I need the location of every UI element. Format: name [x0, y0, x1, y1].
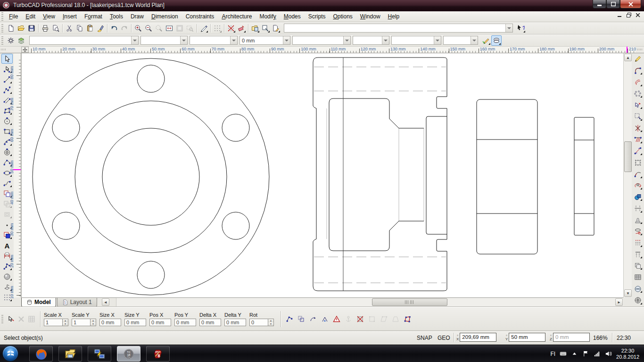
volume-icon[interactable] [605, 350, 612, 357]
field-input[interactable]: 1 [44, 319, 63, 326]
remote-connection-app[interactable] [88, 346, 111, 362]
menu-tools[interactable]: Tools [106, 12, 127, 21]
arc-edit-tool[interactable] [633, 169, 643, 179]
menu-draw[interactable]: Draw [127, 12, 148, 21]
chevron-down-icon[interactable] [505, 24, 512, 32]
field-input[interactable]: 0 mm [174, 319, 196, 326]
ruler-origin-button[interactable] [21, 47, 29, 53]
maximize-button[interactable] [606, 0, 620, 8]
field-input[interactable]: 0 mm [149, 319, 171, 326]
undo-icon[interactable] [109, 23, 119, 33]
network-icon[interactable] [594, 350, 601, 357]
chevron-down-icon[interactable] [471, 36, 478, 44]
menu-view[interactable]: View [39, 12, 59, 21]
paintshop-app[interactable]: PSP8 [146, 346, 170, 362]
menu-scripts[interactable]: Scripts [305, 12, 330, 21]
chevron-down-icon[interactable] [230, 36, 237, 44]
transform-tool[interactable] [633, 157, 643, 167]
menu-constraints[interactable]: Constraints [182, 12, 218, 21]
command-combobox[interactable] [284, 24, 513, 33]
hatch-pattern-tool[interactable] [633, 135, 643, 145]
tab-scroll-left-button[interactable]: ◄ [102, 298, 109, 306]
paste-icon[interactable] [85, 23, 95, 33]
menu-dimension[interactable]: Dimension [148, 12, 182, 21]
warning-triangle-icon[interactable] [331, 314, 342, 324]
menu-window[interactable]: Window [356, 12, 384, 21]
inspector-select-icon[interactable] [6, 314, 16, 324]
language-indicator[interactable]: FI [550, 351, 555, 357]
chevron-down-icon[interactable] [382, 36, 389, 44]
quad-deform-icon[interactable] [402, 314, 413, 324]
snap-mark-icon[interactable] [320, 314, 330, 324]
print-icon[interactable] [40, 23, 50, 33]
copy-icon[interactable] [74, 23, 85, 33]
boolean-3d-tool[interactable] [633, 192, 643, 202]
property-combobox-8[interactable] [443, 36, 478, 45]
no-transform-icon[interactable] [355, 314, 365, 324]
coordinate-field[interactable]: 0 mm [553, 333, 590, 342]
zoom-out-icon[interactable] [143, 23, 154, 33]
geo-toggle[interactable]: GEO [438, 335, 450, 341]
erase-icon[interactable] [236, 23, 247, 33]
duplicate-selection-icon[interactable] [296, 314, 306, 324]
spin-down-icon[interactable]: ▼ [91, 322, 96, 326]
field-spinner[interactable]: ▲▼ [268, 319, 274, 326]
menu-edit[interactable]: Edit [22, 12, 39, 21]
layers-icon[interactable] [16, 35, 26, 46]
field-input[interactable]: 0 mm [124, 319, 146, 326]
format-painter-icon[interactable] [95, 23, 106, 33]
sketch-tool[interactable] [1, 178, 13, 188]
chevron-down-icon[interactable] [180, 36, 187, 44]
mdi-close-button[interactable] [636, 13, 640, 17]
revolve-tool[interactable] [633, 226, 643, 236]
insert-part-icon[interactable] [260, 23, 271, 33]
stamp-tool[interactable] [633, 215, 643, 225]
spin-down-icon[interactable]: ▼ [268, 322, 273, 326]
bend-selection-icon[interactable] [308, 314, 318, 324]
field-input[interactable]: 0 mm [99, 319, 121, 326]
tab-layout-1[interactable]: 1Layout 1 [57, 298, 97, 307]
copy-layer-tool[interactable] [633, 261, 643, 271]
coordinate-field[interactable]: 209,69 mm [460, 333, 496, 342]
fillet-tool[interactable] [633, 66, 643, 75]
text-tool[interactable]: A [1, 240, 13, 250]
split-tool[interactable] [633, 204, 643, 214]
mdi-restore-button[interactable] [627, 13, 631, 17]
explorer-app[interactable] [58, 346, 82, 362]
minimize-button[interactable] [593, 0, 606, 8]
table-tool[interactable] [633, 272, 643, 282]
close-button[interactable] [620, 0, 641, 8]
point-cloud-tool[interactable] [633, 89, 643, 99]
snap-toggle[interactable]: SNAP [417, 335, 432, 341]
field-input[interactable]: 0 [249, 319, 268, 326]
spin-up-icon[interactable]: ▲ [91, 319, 96, 322]
spin-up-icon[interactable]: ▲ [63, 319, 68, 322]
mesh-tool[interactable] [633, 296, 643, 305]
cut-icon[interactable] [64, 23, 74, 33]
properties-gear-icon[interactable] [6, 35, 16, 46]
field-spinner[interactable]: ▲▼ [91, 319, 96, 326]
property-combobox-2[interactable] [140, 36, 188, 45]
render-sphere-tool[interactable] [633, 284, 643, 294]
start-button[interactable] [2, 346, 18, 362]
menu-format[interactable]: Format [81, 12, 106, 21]
menu-insert[interactable]: Insert [59, 12, 81, 21]
move-selection-icon[interactable] [284, 314, 295, 324]
page-setup-icon[interactable] [271, 23, 281, 33]
action-center-icon[interactable] [582, 350, 589, 357]
property-combobox-6[interactable] [353, 36, 389, 45]
chevron-down-icon[interactable] [434, 36, 441, 44]
turbocad-app[interactable]: TC18Pro [117, 346, 140, 362]
property-combobox-7[interactable] [391, 36, 441, 45]
scroll-up-button[interactable]: ▲ [624, 54, 632, 61]
menu-file[interactable]: File [5, 12, 22, 21]
menu-modes[interactable]: Modes [280, 12, 305, 21]
stylus-pen-icon[interactable] [198, 23, 209, 33]
field-spinner[interactable]: ▲▼ [63, 319, 68, 326]
chevron-down-icon[interactable] [343, 36, 350, 44]
chevron-down-icon[interactable] [131, 36, 138, 44]
render-mode-icon[interactable] [491, 35, 502, 46]
menu-modify[interactable]: Modify [256, 12, 280, 21]
horizontal-scrollbar[interactable]: ► [116, 298, 623, 307]
new-icon[interactable] [6, 23, 16, 33]
